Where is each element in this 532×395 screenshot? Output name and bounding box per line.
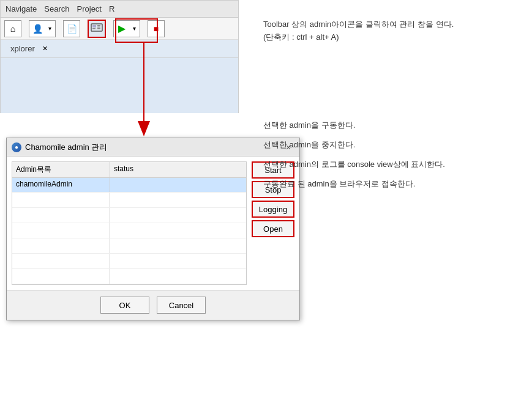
table-row-3[interactable] [12,223,246,238]
table-cell-status-0 [110,178,246,192]
dropdown-icon[interactable]: ▾ [45,22,54,35]
menu-more[interactable]: R [109,4,114,13]
admin-table: Admin목록 status chamomileAdmin [12,161,247,285]
admin-icon[interactable] [90,22,103,35]
explorer-tab[interactable]: xplorer [6,43,40,54]
open-button[interactable]: Open [252,220,294,237]
menu-project[interactable]: Project [77,4,102,13]
dialog-title: ● Chamomile admin 관리 [12,142,107,153]
table-row-5[interactable] [12,254,246,269]
icon-group-2: 👤 ▾ [29,20,56,37]
table-row-6[interactable] [12,269,246,284]
header-status: status [110,162,246,177]
admin-icon-group[interactable] [88,20,106,38]
table-row-4[interactable] [12,238,246,254]
annotations-panel: Toolbar 상의 admin아이콘을 클릭하여 관리 창을 연다.(단축키 … [263,18,520,196]
svg-rect-1 [92,25,96,28]
table-row-0[interactable]: chamomileAdmin [12,178,246,193]
admin-dialog: ● Chamomile admin 관리 × Admin목록 status ch… [6,138,300,320]
dialog-title-text: Chamomile admin 관리 [25,142,107,153]
icon-group-3: 📄 [63,20,80,37]
svg-marker-7 [138,121,150,136]
menu-navigate[interactable]: Navigate [6,4,37,13]
cancel-button[interactable]: Cancel [157,297,206,314]
dialog-titlebar: ● Chamomile admin 관리 × [7,138,299,157]
ok-button[interactable]: OK [100,297,149,314]
svg-rect-5 [97,28,100,29]
svg-rect-3 [97,26,100,28]
eclipse-content-area [1,58,238,113]
svg-rect-4 [92,28,96,29]
menu-search[interactable]: Search [44,4,69,13]
doc-icon[interactable]: 📄 [65,22,78,35]
start-annotation-text: 선택한 admin을 구동한다. [263,119,355,132]
logging-annotation-text: 선택한 admin의 로그를 console view상에 표시한다. [263,158,445,171]
eclipse-toolbar: Navigate Search Project R ⌂ 👤 ▾ 📄 [0,0,239,113]
start-annotation: 선택한 admin을 구동한다. [263,117,520,135]
admin-icon-highlight-box [115,18,158,43]
header-admin: Admin목록 [12,162,110,177]
dialog-body: Admin목록 status chamomileAdmin [7,157,299,290]
dialog-footer: OK Cancel [7,290,299,320]
table-header: Admin목록 status [12,162,246,178]
stop-annotation: 선택한 admin을 중지한다. [263,137,520,154]
home-icon[interactable]: ⌂ [6,22,20,35]
icon-group-1: ⌂ [4,20,21,37]
toolbar-annotation-text: Toolbar 상의 admin아이콘을 클릭하여 관리 창을 연다.(단축키 … [263,18,520,44]
table-row-1[interactable] [12,193,246,208]
eclipse-menu-bar: Navigate Search Project R [1,1,238,18]
person-icon[interactable]: 👤 [31,22,44,35]
table-cell-admin-0: chamomileAdmin [12,178,110,192]
dialog-app-icon: ● [12,142,21,152]
open-annotation: 구동완료 된 admin을 브라우저로 접속한다. [263,176,520,193]
toolbar-annotation: Toolbar 상의 admin아이콘을 클릭하여 관리 창을 연다.(단축키 … [263,18,520,44]
stop-annotation-text: 선택한 admin을 중지한다. [263,139,355,152]
table-row-2[interactable] [12,208,246,223]
tab-close-icon[interactable]: ✕ [42,45,48,53]
svg-rect-2 [97,25,100,26]
logging-button[interactable]: Logging [252,201,294,218]
open-annotation-text: 구동완료 된 admin을 브라우저로 접속한다. [263,178,415,191]
logging-annotation: 선택한 admin의 로그를 console view상에 표시한다. [263,157,520,174]
red-arrow [132,42,156,139]
